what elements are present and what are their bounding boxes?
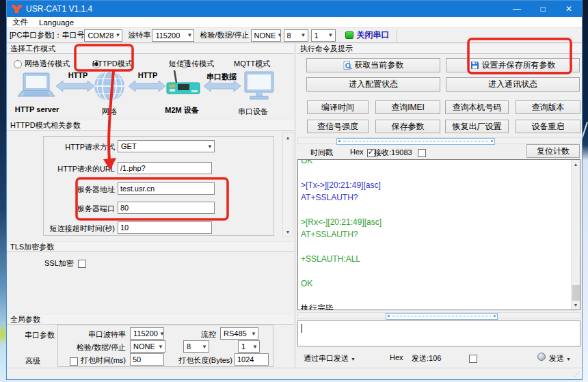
receive-log-area[interactable]: OK >[Tx->][20:21:49][asc] AT+SSLAUTH? >[… xyxy=(297,159,580,310)
short-conn-timeout-input[interactable] xyxy=(118,221,212,234)
radio-mqtt-mode-label[interactable]: MQTT模式 xyxy=(234,59,270,69)
close-port-button[interactable]: 关闭串口 xyxy=(357,29,390,41)
http-url-label: HTTP请求的URL xyxy=(27,164,115,174)
link-label-http-2: HTTP xyxy=(130,71,165,79)
g-stopbits-select[interactable]: 1▼ xyxy=(238,340,260,353)
save-params-button[interactable]: 保存参数 xyxy=(375,120,440,133)
stopbits-select[interactable]: 1▼ xyxy=(311,29,336,42)
recv-hex-checkbox-label[interactable]: Hex xyxy=(350,148,364,156)
scroll-down-icon[interactable]: ▼ xyxy=(572,301,580,310)
log-line xyxy=(301,265,580,277)
close-button[interactable]: ✕ xyxy=(556,1,582,17)
recv-hex-checkbox[interactable] xyxy=(418,149,426,157)
timestamp-checkbox-label[interactable]: 时间戳 xyxy=(310,148,333,158)
maximize-button[interactable]: □ xyxy=(530,1,556,17)
window-title: USR-CAT1 V1.1.4 xyxy=(26,4,92,14)
chevron-down-icon: ▼ xyxy=(328,32,334,38)
hscroll-thumb[interactable] xyxy=(336,138,495,145)
hscroll-thumb[interactable] xyxy=(386,313,498,320)
query-imei-button[interactable]: 查询IMEI xyxy=(375,100,440,114)
http-url-input[interactable] xyxy=(118,162,212,174)
g-baud-select[interactable]: 115200▼ xyxy=(130,327,164,340)
httpd-params-header: HTTPD模式相关参数 xyxy=(7,120,294,131)
chevron-down-icon: ▼ xyxy=(566,357,571,361)
scroll-up-icon[interactable]: ▲ xyxy=(572,160,580,169)
log-hscrollbar-top[interactable] xyxy=(297,137,580,144)
save-all-params-button[interactable]: 设置并保存所有参数 xyxy=(446,58,580,72)
g-databits-select[interactable]: 8▼ xyxy=(183,340,209,353)
radio-sms-transparent-label[interactable]: 短信透传模式 xyxy=(169,59,214,69)
enter-comm-button[interactable]: 进入通讯状态 xyxy=(446,77,580,92)
chevron-down-icon: ▼ xyxy=(301,32,306,38)
ssl-checkbox-label[interactable]: SSL加密 xyxy=(44,258,74,269)
pack-time-input[interactable] xyxy=(130,353,164,366)
command-panel-header: 执行命令及提示 xyxy=(297,43,582,54)
ssl-checkbox[interactable] xyxy=(78,260,86,268)
server-address-input[interactable] xyxy=(118,182,215,195)
radio-net-transparent-label[interactable]: 网络透传模式 xyxy=(25,59,70,69)
reset-count-button[interactable]: 复位计数 xyxy=(526,144,580,158)
parity-select[interactable]: NONE▼ xyxy=(251,29,281,42)
pack-length-input[interactable] xyxy=(235,353,269,366)
query-version-button[interactable]: 查询版本 xyxy=(516,100,580,114)
advanced-checkbox[interactable] xyxy=(70,357,78,366)
query-number-button[interactable]: 查询本机号码 xyxy=(445,100,509,114)
http-method-label: HTTP请求方式 xyxy=(27,142,115,152)
factory-reset-button[interactable]: 恢复出厂设置 xyxy=(445,120,509,133)
chevron-down-icon: ▼ xyxy=(158,344,163,350)
node-label-serial-device: 串口设备 xyxy=(234,107,272,117)
floppy-save-icon xyxy=(470,61,479,70)
send-via-serial-dropdown[interactable]: 通过串口发送 ▼ xyxy=(304,353,356,364)
scroll-up-icon[interactable]: ▲ xyxy=(283,133,293,142)
m2m-device-icon xyxy=(167,70,200,94)
send-button[interactable]: 发送 ▼ xyxy=(549,353,571,364)
log-line: OK xyxy=(301,159,580,167)
send-input[interactable] xyxy=(297,320,580,346)
httpd-params-scrollbar[interactable]: ▲ ▼ xyxy=(282,132,293,237)
chevron-down-icon: ▼ xyxy=(115,32,120,38)
radio-httpd-mode-label[interactable]: HTTPD模式 xyxy=(92,59,133,69)
g-flow-label: 流控 xyxy=(185,329,216,340)
get-params-button[interactable]: 获取当前参数 xyxy=(306,58,440,72)
advanced-checkbox-label[interactable]: 高级 xyxy=(25,356,40,366)
g-parity-select[interactable]: NONE▼ xyxy=(130,340,165,353)
scroll-thumb[interactable] xyxy=(572,285,580,302)
log-hscrollbar-bottom[interactable] xyxy=(297,312,580,319)
sent-count-label: 发送:106 xyxy=(412,353,441,364)
chevron-down-icon: ▼ xyxy=(351,357,356,361)
global-params-header: 全局参数 xyxy=(7,314,294,325)
enter-config-button[interactable]: 进入配置状态 xyxy=(306,77,440,92)
log-vscrollbar[interactable]: ▲ ▼ xyxy=(571,160,580,310)
panel-splitter[interactable] xyxy=(295,43,295,368)
link-label-http-1: HTTP xyxy=(62,71,94,79)
send-icon xyxy=(537,353,546,361)
server-address-label: 服务器地址 xyxy=(27,185,115,195)
signal-strength-button[interactable]: 查信号强度 xyxy=(307,120,369,133)
port-status-led-icon xyxy=(345,31,353,39)
send-hex-checkbox[interactable] xyxy=(469,355,477,363)
log-line: OK xyxy=(301,277,580,290)
desktop-wallpaper-left xyxy=(0,0,6,382)
g-flow-select[interactable]: RS485▼ xyxy=(220,327,258,340)
radio-net-transparent[interactable] xyxy=(14,60,22,68)
baud-select[interactable]: 115200▼ xyxy=(152,29,194,42)
node-label-network: 网络 xyxy=(96,107,123,117)
databits-select[interactable]: 8▼ xyxy=(284,29,308,42)
reboot-button[interactable]: 设备重启 xyxy=(516,120,580,133)
scroll-down-icon[interactable]: ▼ xyxy=(283,227,293,236)
serial-toolbar: [PC串口参数]：串口号 COM28▼ 波特率 115200▼ 检验/数据/停止… xyxy=(7,28,582,43)
compile-time-button[interactable]: 编译时间 xyxy=(307,100,369,114)
parity-label: 检验/数据/停止 xyxy=(200,30,249,40)
resize-grip[interactable]: ⋰ xyxy=(574,370,580,377)
send-hex-checkbox-label[interactable]: Hex xyxy=(390,353,403,361)
log-line: 执行完毕 xyxy=(301,302,580,310)
menu-file[interactable]: 文件 xyxy=(7,17,34,27)
g-parity-label: 检验/数据/停止 xyxy=(68,342,126,353)
minimize-button[interactable]: — xyxy=(504,1,530,17)
com-port-select[interactable]: COM28▼ xyxy=(84,29,122,42)
menu-language[interactable]: Language xyxy=(34,18,79,27)
status-bar: ⋰ xyxy=(7,368,582,379)
server-port-input[interactable] xyxy=(118,202,215,214)
http-method-select[interactable]: GET▼ xyxy=(118,140,215,152)
chevron-down-icon: ▼ xyxy=(202,344,207,350)
